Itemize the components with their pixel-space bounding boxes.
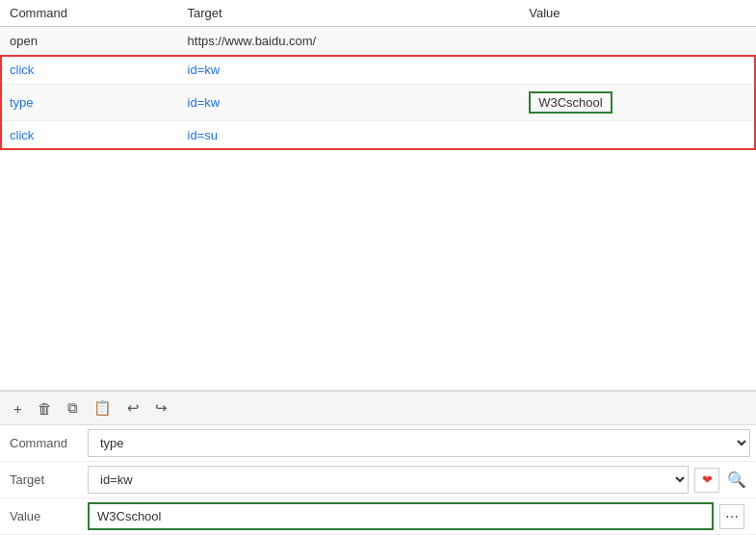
cell-value: W3Cschool xyxy=(519,85,756,121)
form-area: Command type Target id=kw ❤ 🔍 Value ⋯ xyxy=(0,425,756,535)
table-row[interactable]: typeid=kwW3Cschool xyxy=(0,85,756,121)
target-actions: ❤ 🔍 xyxy=(694,468,756,493)
command-table: Command Target Value openhttps://www.bai… xyxy=(0,0,756,150)
table-row[interactable]: clickid=su xyxy=(0,121,756,150)
table-row[interactable]: clickid=kw xyxy=(0,56,756,85)
target-search-btn[interactable]: 🔍 xyxy=(723,471,750,489)
column-target: Target xyxy=(178,0,520,27)
cell-value xyxy=(519,121,756,150)
table-body: openhttps://www.baidu.com/clickid=kwtype… xyxy=(0,27,756,150)
cell-target: id=su xyxy=(178,121,520,150)
cell-target: id=kw xyxy=(178,85,520,121)
value-label: Value xyxy=(0,501,82,531)
cell-value xyxy=(519,27,756,56)
cell-value xyxy=(519,56,756,85)
cell-target: https://www.baidu.com/ xyxy=(178,27,520,56)
cell-target: id=kw xyxy=(178,56,520,85)
delete-button[interactable]: 🗑 xyxy=(34,398,56,419)
value-actions: ⋯ xyxy=(719,504,756,529)
target-control: id=kw xyxy=(82,462,694,497)
cell-command: type xyxy=(0,85,178,121)
cell-command: click xyxy=(0,121,178,150)
paste-button[interactable]: 📋 xyxy=(90,397,116,419)
copy-button[interactable]: ⧉ xyxy=(64,397,82,419)
table-header: Command Target Value xyxy=(0,0,756,27)
command-label: Command xyxy=(0,428,82,458)
command-form-row: Command type xyxy=(0,425,756,462)
command-table-area: Command Target Value openhttps://www.bai… xyxy=(0,0,756,391)
command-control: type xyxy=(82,425,756,461)
target-label: Target xyxy=(0,465,82,495)
command-select[interactable]: type xyxy=(88,429,750,457)
value-input[interactable] xyxy=(88,502,714,530)
redo-button[interactable]: ↪ xyxy=(151,397,171,419)
toolbar: + 🗑 ⧉ 📋 ↩ ↪ xyxy=(0,391,756,425)
value-extra-btn[interactable]: ⋯ xyxy=(719,504,744,529)
column-value: Value xyxy=(519,0,756,27)
target-select[interactable]: id=kw xyxy=(88,466,689,494)
undo-button[interactable]: ↩ xyxy=(123,397,143,419)
target-form-row: Target id=kw ❤ 🔍 xyxy=(0,462,756,498)
add-button[interactable]: + xyxy=(10,398,26,419)
cell-command: open xyxy=(0,27,178,56)
cell-command: click xyxy=(0,56,178,85)
value-form-row: Value ⋯ xyxy=(0,498,756,535)
value-control xyxy=(82,498,719,534)
column-command: Command xyxy=(0,0,178,27)
table-row[interactable]: openhttps://www.baidu.com/ xyxy=(0,27,756,56)
target-icon-btn[interactable]: ❤ xyxy=(694,468,719,493)
